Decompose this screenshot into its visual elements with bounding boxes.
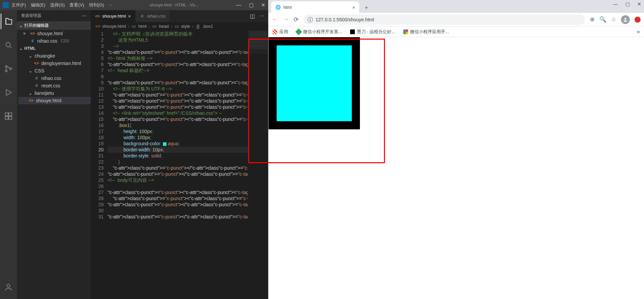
minimize-icon[interactable]: — — [613, 1, 618, 7]
bookmark-star-icon[interactable]: ☆ — [611, 16, 616, 23]
menu-view[interactable]: 查看(V) — [69, 2, 84, 8]
html-file-icon: <> — [34, 61, 39, 66]
tab-shouye[interactable]: <> shouye.html × — [91, 10, 135, 22]
sidebar-title: 资源管理器 — [21, 13, 41, 19]
vscode-titlebar: 文件(F) 编辑(E) 选择(S) 查看(V) 转到(G) ··· shouye… — [0, 0, 268, 10]
forward-button[interactable]: → — [283, 16, 289, 23]
bookmarks-bar: 应用 微信小程序开发基... 墨刀 - 远程办公好... 微信小程序应用开...… — [269, 26, 644, 37]
block-icon: ▭ — [174, 24, 179, 29]
menu-select[interactable]: 选择(S) — [50, 2, 65, 8]
browser-tab[interactable]: 🌐 html × — [271, 1, 359, 13]
open-editor-item[interactable]: × <> shouye.html — [18, 30, 91, 37]
rendered-box1 — [269, 37, 360, 129]
svg-point-1 — [5, 66, 7, 67]
brace-icon: {} — [196, 24, 200, 29]
browser-window: 🌐 html × + — ▢ ✕ ← → ⟳ i 127.0.0.1:5500/… — [268, 0, 644, 299]
sidebar-more-icon[interactable]: ··· — [82, 14, 87, 18]
page-viewport — [269, 37, 644, 299]
zoom-icon[interactable]: 🔍 — [599, 16, 606, 23]
file-item[interactable]: <>dengluyemian.html — [18, 60, 91, 67]
svg-point-2 — [5, 70, 7, 72]
bookmark-icon — [403, 29, 408, 34]
css-file-icon: # — [139, 14, 145, 19]
minimize-icon[interactable]: — — [236, 2, 241, 8]
bookmark-icon — [350, 29, 355, 34]
css-file-icon: # — [34, 76, 39, 81]
source-control-icon[interactable] — [1, 61, 16, 77]
new-tab-button[interactable]: + — [361, 3, 371, 13]
css-file-icon: # — [30, 38, 35, 44]
chevron-down-icon: ⌄ — [19, 46, 23, 51]
chevron-down-icon: ⌄ — [28, 53, 33, 59]
html-file-icon: <> — [95, 14, 100, 19]
html-file-icon: <> — [28, 98, 34, 103]
maximize-icon[interactable]: ▢ — [249, 2, 254, 8]
vscode-logo-icon — [3, 2, 9, 8]
bookmarks-overflow-icon[interactable]: » — [637, 28, 640, 35]
extensions-icon[interactable] — [1, 108, 16, 124]
block-icon: ▭ — [131, 24, 136, 29]
activity-bar — [0, 10, 17, 299]
file-shouye[interactable]: <>shouye.html — [18, 97, 91, 104]
code-editor[interactable]: 1234567891011121314151617181920212223242… — [91, 30, 268, 299]
browser-tab-strip: 🌐 html × + — ▢ ✕ — [269, 0, 644, 13]
section-open-editors[interactable]: ⌄ 打开的编辑器 — [17, 21, 91, 30]
editor-group: <> shouye.html × # nihao.css ◫ ··· <>sho… — [91, 10, 268, 299]
svg-rect-6 — [5, 116, 8, 120]
reload-button[interactable]: ⟳ — [294, 16, 299, 23]
block-icon: ▭ — [152, 24, 157, 29]
file-item[interactable]: #nihao.css — [18, 74, 91, 82]
profile-avatar-icon[interactable] — [621, 15, 630, 24]
html-file-icon: <> — [95, 24, 100, 29]
back-button[interactable]: ← — [272, 16, 278, 23]
minimap[interactable] — [248, 30, 268, 299]
svg-point-0 — [6, 42, 10, 47]
menu-more[interactable]: ··· — [109, 2, 112, 8]
editor-more-icon[interactable]: ··· — [260, 13, 264, 19]
close-icon[interactable]: × — [23, 31, 28, 36]
search-icon[interactable] — [1, 37, 16, 53]
file-item[interactable]: #reset.css — [18, 82, 91, 89]
svg-point-3 — [10, 68, 12, 69]
globe-icon: 🌐 — [275, 5, 281, 10]
browser-toolbar: ← → ⟳ i 127.0.0.1:5500/shouye.html ⊕ 🔍 ☆ — [269, 13, 644, 26]
svg-rect-4 — [5, 113, 8, 116]
svg-rect-5 — [9, 113, 12, 116]
bookmark-item[interactable]: 微信小程序开发基... — [296, 29, 342, 35]
address-bar[interactable]: i 127.0.0.1:5500/shouye.html — [303, 15, 585, 25]
menu-file[interactable]: 文件(F) — [12, 2, 26, 8]
chevron-down-icon: ⌄ — [28, 90, 33, 96]
close-window-icon[interactable]: ✕ — [637, 1, 641, 7]
translate-icon[interactable]: ⊕ — [590, 16, 595, 23]
menu-bar[interactable]: 文件(F) 编辑(E) 选择(S) 查看(V) 转到(G) ··· — [12, 2, 112, 8]
folder-chuangke[interactable]: ⌄chuangke — [18, 52, 91, 60]
breadcrumb[interactable]: <>shouye.html › ▭html › ▭head › ▭style ›… — [91, 22, 268, 30]
menu-edit[interactable]: 编辑(E) — [31, 2, 45, 8]
maximize-icon[interactable]: ▢ — [625, 1, 630, 7]
site-info-icon[interactable]: i — [307, 17, 313, 22]
svg-rect-7 — [9, 116, 12, 120]
run-debug-icon[interactable] — [1, 85, 16, 100]
split-editor-icon[interactable]: ◫ — [250, 13, 255, 19]
bookmark-item[interactable]: 应用 — [273, 29, 288, 35]
section-project[interactable]: ⌄ HTML — [17, 45, 91, 52]
bookmark-item[interactable]: 墨刀 - 远程办公好... — [350, 29, 395, 35]
bookmark-icon — [295, 28, 302, 35]
bookmark-item[interactable]: 微信小程序应用开... — [403, 29, 449, 35]
window-title: shouye.html - HTML - Vis... — [112, 3, 236, 7]
accounts-icon[interactable] — [1, 279, 16, 295]
open-editor-item[interactable]: # nihao.css CSS — [18, 37, 91, 45]
close-window-icon[interactable]: ✕ — [261, 2, 265, 8]
html-file-icon: <> — [30, 31, 35, 36]
svg-point-8 — [7, 284, 10, 287]
explorer-icon[interactable] — [1, 14, 16, 29]
close-tab-icon[interactable]: × — [352, 4, 355, 10]
folder-css[interactable]: ⌄CSS — [18, 67, 91, 74]
tab-nihao[interactable]: # nihao.css — [135, 10, 170, 22]
update-indicator-icon[interactable] — [635, 17, 641, 23]
folder-lianxijietu[interactable]: ⌄lianxijietu — [18, 89, 91, 97]
menu-goto[interactable]: 转到(G) — [89, 2, 104, 8]
close-tab-icon[interactable]: × — [128, 13, 131, 19]
chevron-down-icon: ⌄ — [28, 68, 33, 73]
bookmark-icon — [273, 29, 277, 34]
